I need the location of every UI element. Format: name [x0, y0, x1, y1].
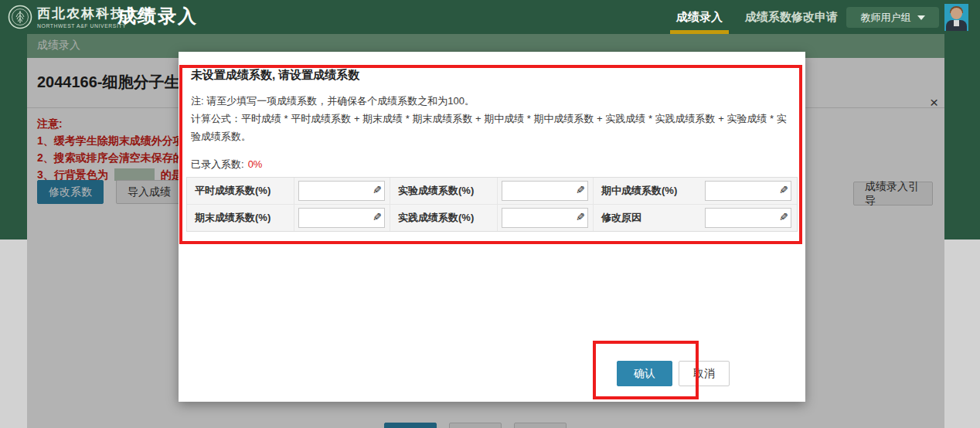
- form-label-cell: 期末成绩系数(%): [187, 205, 294, 231]
- app-header: 西北农林科技大学 NORTHWEST A&F UNIVERSITY 成绩录入 成…: [0, 0, 980, 34]
- form-label-cell: 平时成绩系数(%): [187, 178, 294, 205]
- form-input-cell: ✎: [294, 205, 390, 231]
- form-input-cell: ✎: [294, 178, 390, 205]
- change-reason-input[interactable]: [705, 208, 791, 228]
- form-label-cell: 修改原因: [594, 205, 701, 231]
- user-group-label: 教师用户组: [861, 11, 911, 25]
- usual-coef-label: 平时成绩系数(%): [187, 184, 271, 198]
- tab-coefficient-change-request[interactable]: 成绩系数修改申请: [740, 0, 842, 34]
- avatar-shirt: [954, 20, 959, 26]
- form-label-cell: 实验成绩系数(%): [390, 178, 498, 205]
- university-emblem-icon: [8, 5, 32, 29]
- experiment-coef-input[interactable]: [502, 181, 588, 201]
- app-window: 西北农林科技大学 NORTHWEST A&F UNIVERSITY 成绩录入 成…: [0, 0, 980, 428]
- entered-coefficient-value: 0%: [248, 158, 263, 170]
- practice-coef-label: 实践成绩系数(%): [390, 211, 474, 225]
- confirm-button[interactable]: 确认: [617, 361, 672, 386]
- avatar-head: [951, 8, 962, 19]
- final-coef-input[interactable]: [298, 208, 385, 228]
- page-title: 成绩录入: [117, 4, 198, 29]
- caret-down-icon: [917, 15, 925, 20]
- form-input-cell: ✎: [498, 178, 594, 205]
- midterm-coef-label: 期中成绩系数(%): [594, 184, 677, 198]
- entered-coefficient-label: 已录入系数:: [191, 158, 244, 170]
- user-group-dropdown[interactable]: 教师用户组: [846, 7, 939, 28]
- tab-grade-entry-label: 成绩录入: [676, 10, 723, 23]
- entered-coefficient-status: 已录入系数:0%: [191, 158, 262, 172]
- modal-title: 未设置成绩系数, 请设置成绩系数: [191, 68, 359, 83]
- midterm-coef-input[interactable]: [705, 181, 791, 201]
- experiment-coef-label: 实验成绩系数(%): [390, 184, 474, 198]
- set-coefficient-modal: 未设置成绩系数, 请设置成绩系数 注: 请至少填写一项成绩系数，并确保各个成绩系…: [179, 52, 805, 402]
- tab-grade-entry[interactable]: 成绩录入: [670, 0, 729, 34]
- form-label-cell: 期中成绩系数(%): [594, 178, 701, 205]
- change-reason-label: 修改原因: [594, 211, 641, 225]
- usual-coef-input[interactable]: [298, 181, 385, 201]
- user-avatar[interactable]: [944, 4, 968, 31]
- form-input-cell: ✎: [498, 205, 594, 231]
- modal-note: 注: 请至少填写一项成绩系数，并确保各个成绩系数之和为100。 计算公式：平时成…: [191, 92, 792, 145]
- modal-note-line-1: 注: 请至少填写一项成绩系数，并确保各个成绩系数之和为100。: [191, 92, 792, 110]
- form-input-cell: ✎: [701, 205, 797, 231]
- modal-note-line-2: 计算公式：平时成绩 * 平时成绩系数 + 期末成绩 * 期末成绩系数 + 期中成…: [191, 110, 792, 145]
- final-coef-label: 期末成绩系数(%): [187, 211, 271, 225]
- tab-coefficient-change-request-label: 成绩系数修改申请: [745, 10, 838, 23]
- form-input-cell: ✎: [701, 178, 797, 205]
- cancel-button[interactable]: 取消: [679, 361, 730, 386]
- coefficient-form-table: 平时成绩系数(%) ✎ 实验成绩系数(%) ✎ 期中成绩系数(%) ✎ 期末成绩…: [186, 177, 798, 232]
- form-label-cell: 实践成绩系数(%): [390, 205, 498, 231]
- practice-coef-input[interactable]: [502, 208, 588, 228]
